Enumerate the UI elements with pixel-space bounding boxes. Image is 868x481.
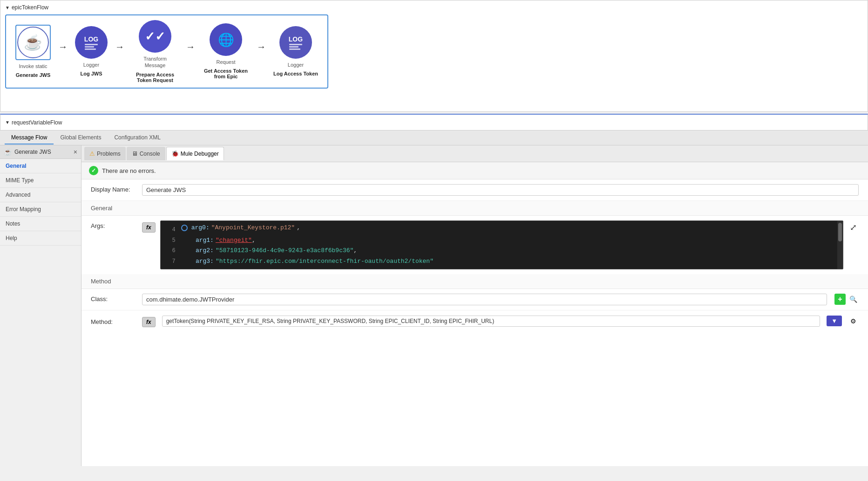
search-class-button[interactable]: 🔍 xyxy=(848,294,859,305)
screen-icon: 🖥 xyxy=(132,150,138,157)
method-section-label: Method xyxy=(91,278,111,285)
sidebar-item-advanced[interactable]: Advanced xyxy=(0,188,81,202)
component-tab-header: ☕ Generate JWS × xyxy=(0,145,81,159)
flow1-label: ▼ epicTokenFlow xyxy=(5,4,863,11)
method-label: Method: xyxy=(91,316,137,325)
sidebar-item-error-mapping[interactable]: Error Mapping xyxy=(0,202,81,217)
dropdown-arrow-icon: ▼ xyxy=(831,317,837,324)
tab-global-elements[interactable]: Global Elements xyxy=(54,131,108,144)
sidebar-item-error-mapping-label: Error Mapping xyxy=(6,206,41,213)
line-num-6: 6 xyxy=(164,247,176,255)
arrow4: → xyxy=(257,41,266,52)
method-section-header: Method xyxy=(81,274,868,289)
line5-key: arg1: xyxy=(181,236,214,246)
tab-mule-debugger[interactable]: 🐞 Mule Debugger xyxy=(166,147,224,160)
top-tab-bar: Message Flow Global Elements Configurati… xyxy=(0,131,868,145)
code-line-7: 7 arg3: "https://fhir.epic.com/interconn… xyxy=(161,256,843,267)
tab-global-elements-label: Global Elements xyxy=(60,134,101,141)
java-node-circle: ☕ xyxy=(17,27,49,58)
node-request[interactable]: 🌐 Request Get Access Token from Epic xyxy=(203,23,249,79)
globe-icon: 🌐 xyxy=(218,32,234,48)
arrow3: → xyxy=(186,41,195,52)
warning-icon: ⚠ xyxy=(89,150,95,157)
class-action-buttons: + 🔍 xyxy=(834,294,859,305)
java-small-icon: ☕ xyxy=(4,148,12,156)
code-editor[interactable]: 4 arg0: "Anypoint_Keystore.p12" , 5 arg1… xyxy=(160,220,843,269)
method-row: Method: fx ▼ ⚙ xyxy=(81,310,868,332)
display-name-label: Display Name: xyxy=(91,184,137,193)
sidebar-item-help-label: Help xyxy=(6,235,17,241)
add-class-button[interactable]: + xyxy=(834,294,846,305)
node-label-request: Get Access Token from Epic xyxy=(203,68,249,79)
expand-button[interactable]: ⤢ xyxy=(848,220,859,234)
tab-console[interactable]: 🖥 Console xyxy=(127,147,165,160)
node-sublabel-generate: Invoke static xyxy=(19,63,47,69)
args-fx-button[interactable]: fx xyxy=(142,222,156,233)
log-access-text-icon: LOG xyxy=(289,35,303,43)
component-tab-close[interactable]: × xyxy=(74,148,77,156)
method-fx-button[interactable]: fx xyxy=(142,317,156,327)
tab-mule-debugger-label: Mule Debugger xyxy=(181,151,219,157)
class-row: Class: + 🔍 xyxy=(81,289,868,310)
node-log-jws[interactable]: LOG Logger Log JWS xyxy=(75,26,108,76)
code-scrollbar[interactable] xyxy=(837,221,843,269)
method-dropdown-button[interactable]: ▼ xyxy=(827,316,842,326)
tab-problems[interactable]: ⚠ Problems xyxy=(84,147,126,160)
no-errors-bar: ✓ There are no errors. xyxy=(81,162,868,179)
args-label: Args: xyxy=(91,220,137,229)
general-section-header: General xyxy=(81,201,868,216)
flow1-box: ☕ Invoke static Generate JWS → LOG xyxy=(5,14,328,89)
line4-val: "Anypoint_Keystore.p12" xyxy=(211,223,295,233)
flow2-title: requestVariableFlow xyxy=(12,119,62,126)
tab-message-flow[interactable]: Message Flow xyxy=(5,131,54,144)
line7-val: "https://fhir.epic.com/interconnect-fhir… xyxy=(216,257,434,267)
sidebar-item-notes[interactable]: Notes xyxy=(0,217,81,231)
method-gear-button[interactable]: ⚙ xyxy=(848,316,859,327)
java-icon: ☕ xyxy=(24,34,42,51)
tab-configuration-xml-label: Configuration XML xyxy=(114,134,160,141)
node-transform[interactable]: ✓✓ Transform Message Prepare Access Toke… xyxy=(132,20,178,83)
sidebar-item-mime-type[interactable]: MIME Type xyxy=(0,173,81,188)
arrow2: → xyxy=(115,41,124,52)
line6-val: "58710123-946d-4c9e-9243-e3ac8f6b9c36" xyxy=(216,246,353,256)
fx-icon: fx xyxy=(146,224,151,231)
log-jws-icon: LOG xyxy=(84,35,98,50)
line5-comma: , xyxy=(252,236,256,246)
class-label: Class: xyxy=(91,294,137,302)
tab-configuration-xml[interactable]: Configuration XML xyxy=(108,131,167,144)
sidebar-item-mime-type-label: MIME Type xyxy=(6,177,34,184)
sidebar-item-help[interactable]: Help xyxy=(0,231,81,246)
bottom-panel: ☕ Generate JWS × General MIME Type Advan… xyxy=(0,145,868,466)
sidebar-item-general-label: General xyxy=(6,163,27,169)
sidebar: ☕ Generate JWS × General MIME Type Advan… xyxy=(0,145,81,466)
sidebar-item-general[interactable]: General xyxy=(0,159,81,173)
line-num-4: 4 xyxy=(164,226,176,234)
method-fx-icon: fx xyxy=(146,319,151,325)
log-access-lines-icon xyxy=(289,44,302,50)
display-name-input[interactable] xyxy=(142,184,859,196)
sidebar-item-notes-label: Notes xyxy=(6,220,20,227)
main-panel: ⚠ Problems 🖥 Console 🐞 Mule Debugger ✓ T… xyxy=(81,145,868,466)
log-lines-icon xyxy=(85,44,98,50)
green-check-icon: ✓ xyxy=(89,166,98,175)
log-access-icon: LOG xyxy=(289,35,303,50)
display-name-row: Display Name: xyxy=(81,179,868,201)
line4-content: arg0: "Anypoint_Keystore.p12" , xyxy=(181,223,300,233)
sidebar-item-advanced-label: Advanced xyxy=(6,192,30,198)
node-selected-border: ☕ xyxy=(15,25,51,60)
line4-circle xyxy=(181,225,188,231)
flow1-title: epicTokenFlow xyxy=(12,4,48,11)
node-label-log-jws: Log JWS xyxy=(80,71,102,76)
props-tab-bar: ⚠ Problems 🖥 Console 🐞 Mule Debugger xyxy=(81,145,868,162)
flow2-triangle-icon: ▼ xyxy=(5,120,10,125)
transform-icon: ✓✓ xyxy=(145,29,165,44)
node-generate-jws[interactable]: ☕ Invoke static Generate JWS xyxy=(15,25,51,78)
node-log-access[interactable]: LOG Logger Log Access Token xyxy=(273,26,318,76)
method-input[interactable] xyxy=(162,316,820,327)
tab-console-label: Console xyxy=(140,151,160,157)
class-input[interactable] xyxy=(142,294,827,305)
code-line-5: 5 arg1: "changeit" , xyxy=(161,235,843,246)
log-access-circle: LOG xyxy=(279,26,312,59)
request-circle: 🌐 xyxy=(210,23,242,56)
node-sublabel-log-jws: Logger xyxy=(83,62,99,68)
